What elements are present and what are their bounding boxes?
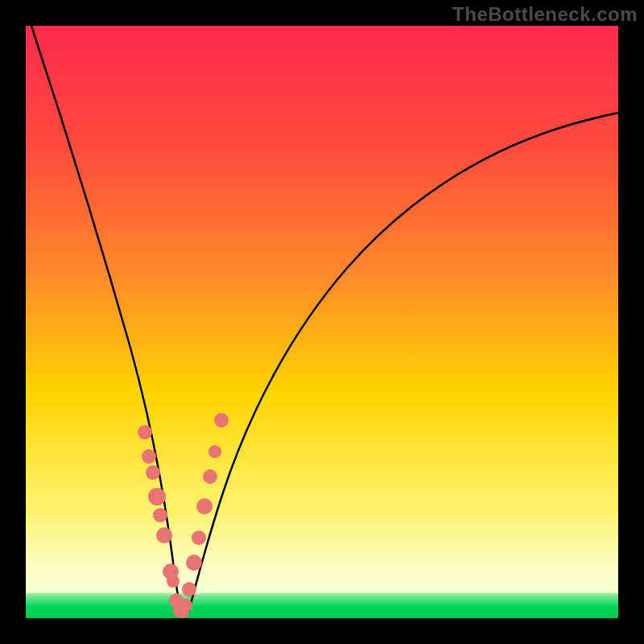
marker-point xyxy=(138,425,152,440)
marker-point xyxy=(182,582,196,597)
marker-point xyxy=(214,413,229,427)
marker-point xyxy=(203,469,217,484)
chart-svg xyxy=(26,26,618,618)
marker-point xyxy=(146,465,160,480)
plot-area xyxy=(26,26,618,618)
marker-point xyxy=(196,498,213,514)
chart-frame: TheBottleneck.com xyxy=(0,0,644,644)
marker-point xyxy=(167,575,180,588)
marker-point xyxy=(156,527,172,543)
marker-point xyxy=(142,449,156,464)
marker-point xyxy=(186,555,202,571)
marker-point xyxy=(180,599,192,612)
watermark-text: TheBottleneck.com xyxy=(452,3,638,26)
marker-point xyxy=(153,508,167,522)
marker-point xyxy=(148,488,166,506)
gradient-background xyxy=(26,26,618,618)
marker-point xyxy=(192,530,206,545)
marker-point xyxy=(208,445,221,458)
